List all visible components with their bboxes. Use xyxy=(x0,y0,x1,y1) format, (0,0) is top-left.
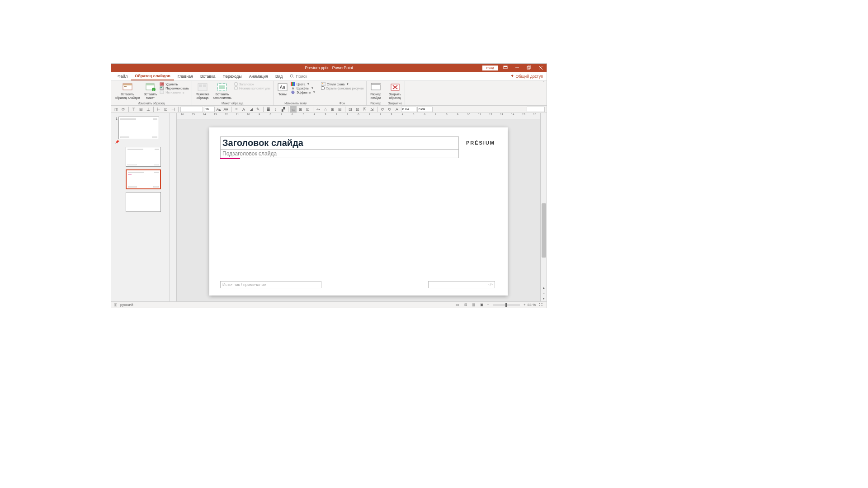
menu-slide-master[interactable]: Образец слайдов xyxy=(131,72,174,80)
chart-icon[interactable]: ▞ xyxy=(280,106,286,113)
zoom-in-button[interactable]: + xyxy=(524,303,526,307)
group-label-size: Размер xyxy=(368,101,383,105)
scrollbar-thumb[interactable] xyxy=(542,203,546,258)
menu-insert[interactable]: Вставка xyxy=(197,72,219,80)
star-icon[interactable]: ☆ xyxy=(322,106,329,113)
subtitle-placeholder[interactable]: Подзаголовок слайда xyxy=(220,149,459,158)
delete-button[interactable]: Удалить xyxy=(160,82,189,86)
outline-icon[interactable]: ✎ xyxy=(255,106,261,113)
footers-checkbox: Нижние колонтитулы xyxy=(234,86,270,90)
slideshow-view-icon[interactable]: ▣ xyxy=(479,302,485,308)
bring-forward-icon[interactable]: ⇱ xyxy=(362,106,368,113)
qat-align-top-icon[interactable]: ⊤ xyxy=(131,106,137,113)
insert-slide-master-button[interactable]: Вставитьобразец слайдов xyxy=(113,82,142,100)
position-y-input[interactable] xyxy=(417,107,433,112)
vertical-scrollbar[interactable]: ▴ ≡ ▾ xyxy=(540,113,547,301)
menu-file[interactable]: Файл xyxy=(114,72,131,80)
layout-thumbnail-2-selected[interactable] xyxy=(126,169,161,189)
svg-text:A: A xyxy=(292,87,294,90)
menu-transitions[interactable]: Переходы xyxy=(219,72,245,80)
scroll-up-icon[interactable]: ▴ xyxy=(541,285,547,291)
insert-layout-button[interactable]: + Вставитьмакет xyxy=(142,82,159,100)
qat-refresh-icon[interactable]: ⟳ xyxy=(120,106,127,113)
menu-home[interactable]: Главная xyxy=(174,72,197,80)
font-color-icon[interactable]: A xyxy=(241,106,247,113)
themes-button[interactable]: Аа Темы xyxy=(275,82,290,97)
decrease-font-icon[interactable]: A▾ xyxy=(223,106,229,113)
layout-thumbnail-1[interactable] xyxy=(126,147,161,167)
footer-left-placeholder[interactable]: Источник / примечание xyxy=(220,281,321,288)
fill-color-icon[interactable]: ◢ xyxy=(248,106,254,113)
bullets-icon[interactable]: ≣ xyxy=(265,106,272,113)
group-label-master-layout: Макет образца xyxy=(194,101,271,105)
effects-button[interactable]: Эффекты▾ xyxy=(291,90,315,94)
preserve-button: Не изменять xyxy=(160,90,189,94)
maximize-button[interactable] xyxy=(523,64,535,72)
slide-size-button[interactable]: Размерслайда xyxy=(368,82,383,100)
accessibility-icon[interactable]: ◫ xyxy=(114,303,118,307)
master-layout-button: Разметкаобразца xyxy=(194,82,211,100)
footer-right-placeholder[interactable]: ‹#› xyxy=(428,281,495,288)
fit-to-window-icon[interactable]: ⛶ xyxy=(538,302,544,308)
reading-view-icon[interactable]: ▥ xyxy=(471,302,477,308)
ribbon-options-icon[interactable] xyxy=(500,64,511,72)
qat-align-right-icon[interactable]: ⊣ xyxy=(170,106,176,113)
qat-align-middle-icon[interactable]: ⊟ xyxy=(138,106,144,113)
send-backward-icon[interactable]: ⇲ xyxy=(369,106,375,113)
login-button[interactable]: Вход xyxy=(482,66,498,70)
zoom-out-button[interactable]: − xyxy=(487,303,489,307)
grid2-icon[interactable]: ⊟ xyxy=(337,106,343,113)
title-placeholder[interactable]: Заголовок слайда xyxy=(220,136,459,150)
scroll-down-icon[interactable]: ▾ xyxy=(541,296,547,301)
distribute-h-icon[interactable]: ⇔ xyxy=(315,106,321,113)
collapse-ribbon-button[interactable]: ˄ xyxy=(543,81,545,85)
shape-rect-icon[interactable]: ▭ xyxy=(290,106,297,113)
rename-button[interactable]: Переименовать xyxy=(160,86,189,90)
font-family-input[interactable] xyxy=(180,107,203,112)
tell-me-search[interactable]: Поиск xyxy=(290,74,307,79)
close-master-button[interactable]: Закрытьобразец xyxy=(387,82,403,100)
sorter-view-icon[interactable]: ⊞ xyxy=(462,302,469,308)
shape-more-icon[interactable]: ⊡ xyxy=(305,106,311,113)
slide-canvas-area[interactable]: Заголовок слайда Подзаголовок слайда PRÉ… xyxy=(177,119,540,301)
svg-rect-26 xyxy=(219,85,225,89)
qat-align-left-icon[interactable]: ⊢ xyxy=(156,106,162,113)
increase-font-icon[interactable]: A▴ xyxy=(216,106,222,113)
minimize-button[interactable] xyxy=(511,64,523,72)
group-icon[interactable]: ⊡ xyxy=(347,106,354,113)
grid-icon[interactable]: ⊞ xyxy=(330,106,336,113)
zoom-level[interactable]: 83 % xyxy=(528,303,536,307)
normal-view-icon[interactable]: ▭ xyxy=(454,302,461,308)
layout-thumbnail-3[interactable] xyxy=(126,192,161,212)
close-button[interactable] xyxy=(535,64,547,72)
qat-align-center-icon[interactable]: ⊡ xyxy=(163,106,169,113)
language-indicator[interactable]: русский xyxy=(120,303,133,307)
rotate-left-icon[interactable]: ↺ xyxy=(379,106,386,113)
group-label-edit-theme: Изменить тему xyxy=(275,101,316,105)
position-x-input[interactable] xyxy=(401,107,416,112)
master-thumbnail[interactable] xyxy=(118,117,159,139)
qat-align-bottom-icon[interactable]: ⊥ xyxy=(145,106,151,113)
hide-bg-checkbox[interactable]: Скрыть фоновые рисунки xyxy=(321,86,363,90)
scroll-split-icon[interactable]: ≡ xyxy=(541,291,547,296)
extra-input[interactable] xyxy=(527,107,545,112)
text-effect-icon[interactable]: A xyxy=(394,106,400,113)
rotate-right-icon[interactable]: ↻ xyxy=(387,106,393,113)
menu-view[interactable]: Вид xyxy=(272,72,286,80)
share-button[interactable]: Общий доступ xyxy=(510,74,543,79)
text-align-left-icon[interactable]: ≡ xyxy=(233,106,240,113)
line-spacing-icon[interactable]: ↕ xyxy=(273,106,279,113)
insert-placeholder-button[interactable]: Вставитьзаполнитель xyxy=(211,82,233,100)
bg-styles-button[interactable]: Стили фона▾ xyxy=(321,82,363,86)
zoom-slider[interactable] xyxy=(493,305,520,305)
qat-arrange-icon[interactable]: ◫ xyxy=(113,106,119,113)
ungroup-icon[interactable]: ⊡ xyxy=(354,106,361,113)
menu-animation[interactable]: Анимация xyxy=(245,72,272,80)
ribbon: Вставитьобразец слайдов + Вставитьмакет … xyxy=(111,81,547,106)
shape-text-icon[interactable]: ⊞ xyxy=(297,106,304,113)
fonts-button[interactable]: AШрифты▾ xyxy=(291,86,315,90)
colors-button[interactable]: Цвета▾ xyxy=(291,82,315,86)
master-layout-icon xyxy=(197,83,208,92)
document-title: Presium.pptx - PowerPoint xyxy=(305,66,353,70)
font-size-input[interactable] xyxy=(204,107,215,112)
